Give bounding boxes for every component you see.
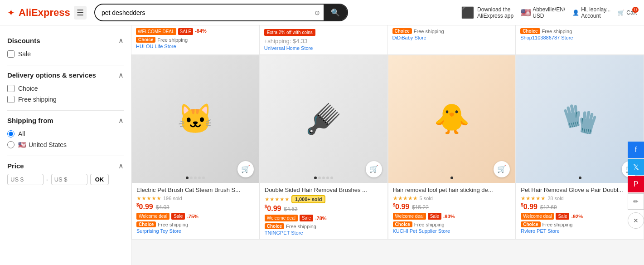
stars-row-3: ★★★★★ 5 sold [393,195,511,201]
account-icon: 👤 [572,10,579,16]
search-button[interactable]: 🔍 [324,5,347,20]
dot-3-0 [450,177,453,179]
price-section: Price ∧ - OK [7,156,124,191]
top-store-1[interactable]: HUI OU Life Store [136,44,255,49]
sale-checkbox[interactable] [7,50,15,58]
pinterest-icon: P [634,180,639,188]
choice-shipping-1: Choice Free shipping [136,221,255,227]
discount-badge-4: -92% [571,214,583,219]
product-image-2: 🪮 🛒 [260,55,387,183]
add-to-cart-button-3[interactable]: 🛒 [494,161,510,177]
us-radio-item[interactable]: 🇺🇸 United States [7,139,124,150]
free-shipping-text-2: Free shipping [286,224,316,229]
sold-count-3: 5 sold [420,196,433,201]
sale-badge-4: Sale [556,213,569,220]
top-store-3[interactable]: DiDiBaby Store [392,35,511,40]
dot-2-3 [326,177,329,179]
free-shipping-filter-item[interactable]: Free shipping [7,94,124,105]
price-from-input[interactable] [7,174,44,185]
product-card-3[interactable]: 🐥 🛒 Hair removal tool pet hair sticking … [388,55,516,240]
product-card-4[interactable]: 🧤 🛒 Pet Hair Removal Glove a Pair Doubl.… [516,55,644,240]
search-input[interactable] [95,5,311,20]
store-name-3[interactable]: KUCHI Pet Supplier Store [393,228,511,234]
cart-area[interactable]: 🛒 0 Cart [618,10,637,16]
discounts-section: Discounts ∧ Sale [7,31,124,65]
facebook-icon: f [635,146,637,154]
all-label[interactable]: All [18,130,25,137]
sale-label[interactable]: Sale [18,50,31,58]
top-card-4[interactable]: Choice Free shipping Shop1103886787 Stor… [516,25,644,54]
dot-1-0 [186,177,189,179]
facebook-share-button[interactable]: f [628,142,644,158]
free-shipping-text-3: Free shipping [414,222,445,227]
dot-2-4 [330,177,333,179]
delivery-header[interactable]: Delivery options & services ∧ [7,71,124,79]
product-card-2[interactable]: 🪮 🛒 Double Sided Hair Removal Brushes ..… [260,55,388,240]
add-to-cart-button-1[interactable]: 🛒 [237,161,254,177]
top-store-2[interactable]: Universal Home Store [264,45,383,51]
stars-row-1: ★★★★★ 196 sold [136,195,255,201]
account-area[interactable]: 👤 Hi, leonlay... Account [572,6,610,19]
free-shipping-label[interactable]: Free shipping [18,96,57,103]
price-ok-button[interactable]: OK [90,174,109,185]
delivery-title: Delivery options & services [7,71,96,79]
welcome-badge-1: Welcome deal [136,213,169,220]
top-free-shipping-1: Free shipping [157,37,188,43]
top-strip: WELCOME DEAL SALE -84% Choice Free shipp… [131,25,644,55]
top-card-2[interactable]: Extra 2% off with coins +shipping: $4.33… [260,25,388,54]
top-choice-badge-1: Choice [136,37,155,43]
menu-icon[interactable]: ☰ [74,6,87,20]
choice-checkbox[interactable] [7,85,15,92]
shipping-section: Shipping from ∧ All 🇺🇸 United States [7,111,124,156]
store-name-1[interactable]: Surprising Toy Store [136,228,255,234]
price-to-input[interactable] [51,174,87,185]
all-radio-item[interactable]: All [7,128,124,139]
close-icon: ✕ [633,217,639,224]
price-header[interactable]: Price ∧ [7,162,124,170]
sale-badge-2: Sale [300,215,313,221]
choice-filter-item[interactable]: Choice [7,83,124,94]
choice-label[interactable]: Choice [18,85,38,92]
product-card-1[interactable]: 🐱 🛒 Electric Pet Brush Cat Steam Brush S… [131,55,260,240]
top-badge-1: WELCOME DEAL [136,28,176,35]
sale-badge-1: Sale [171,213,185,220]
original-price-3: $15.22 [412,204,429,211]
app-download[interactable]: ⬛ Download the AliExpress app [461,6,513,19]
product-title-1: Electric Pet Brush Cat Steam Brush S... [136,186,255,193]
original-price-4: $12.69 [540,204,557,211]
top-card-1[interactable]: WELCOME DEAL SALE -84% Choice Free shipp… [131,25,260,54]
logo-text[interactable]: AliExpress [19,7,70,19]
product-title-2: Double Sided Hair Removal Brushes ... [265,186,383,193]
logo-area: ✦ AliExpress ☰ [7,6,89,20]
store-name-2[interactable]: TNINGPET Store [265,230,383,236]
product-info-1: Electric Pet Brush Cat Steam Brush S... … [132,183,259,237]
welcome-badge-4: Welcome deal [521,213,554,220]
top-card-3[interactable]: Choice Free shipping DiDiBaby Store [388,25,516,54]
stars-4: ★★★★★ [521,195,546,201]
choice-badge-1: Choice [136,221,156,227]
close-button[interactable]: ✕ [628,212,644,229]
account-sub: Account [581,13,610,19]
all-radio[interactable] [7,130,15,137]
flag-icon: 🇺🇸 [521,8,531,18]
us-label[interactable]: United States [29,141,67,148]
pinterest-share-button[interactable]: P [628,176,644,192]
camera-search-icon[interactable]: ⊙ [311,6,324,19]
us-radio[interactable] [7,141,15,148]
sale-filter-item[interactable]: Sale [7,49,124,59]
top-choice-shipping-1: Choice Free shipping [136,37,255,43]
twitter-share-button[interactable]: 𝕏 [628,159,644,175]
add-to-cart-button-2[interactable]: 🛒 [366,161,382,177]
edit-button[interactable]: ✏ [628,193,644,210]
language-selector[interactable]: 🇺🇸 Abbeville/EN/ USD [521,6,565,19]
top-free-shipping-4: Free shipping [542,29,572,34]
top-store-4[interactable]: Shop1103886787 Store [520,35,639,40]
shipping-header[interactable]: Shipping from ∧ [7,116,124,125]
discounts-title: Discounts [7,37,40,44]
store-name-4[interactable]: Rvlero PET Store [521,228,639,234]
free-shipping-checkbox[interactable] [7,96,15,103]
discounts-header[interactable]: Discounts ∧ [7,36,124,45]
delivery-collapse-icon: ∧ [118,71,124,79]
welcome-badge-2: Welcome deal [265,215,298,221]
free-shipping-text-1: Free shipping [158,222,188,227]
